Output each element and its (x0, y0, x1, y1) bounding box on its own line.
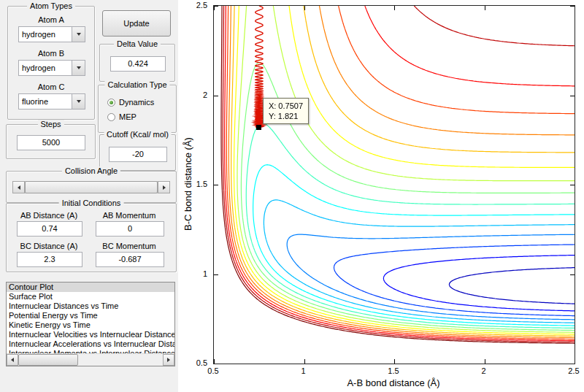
atom-c-combobox[interactable]: fluorine (18, 93, 85, 109)
steps-group-title: Steps (37, 120, 64, 129)
radio-button-icon (107, 113, 115, 121)
atom-b-combobox[interactable]: hydrogen (18, 60, 85, 76)
datatip-x-value: X: 0.7507 (269, 101, 303, 111)
chevron-down-icon (77, 66, 81, 69)
x-tick-label: 1 (293, 366, 315, 375)
x-tick-label: 2 (473, 366, 495, 375)
x-axis-tick-labels: 0.511.522.5 (213, 366, 574, 377)
atom-a-value: hydrogen (22, 28, 55, 41)
calculation-type-group-title: Calculation Type (104, 80, 169, 90)
plot-type-listbox[interactable]: Contour PlotSurface PlotInternuclear Dis… (6, 282, 175, 366)
ab-momentum-input[interactable]: 0 (96, 221, 164, 237)
atom-a-dropdown-button[interactable] (72, 27, 85, 42)
cutoff-input[interactable]: -20 (109, 147, 167, 162)
plot-type-list-item[interactable]: Internuclear Velocities vs Internuclear … (7, 330, 174, 339)
x-axis-label: A-B bond distance (Å) (213, 377, 574, 388)
datatip-marker[interactable] (256, 125, 261, 130)
plot-type-list-item[interactable]: Potential Energy vs Time (7, 311, 174, 320)
slider-thumb[interactable] (25, 181, 158, 193)
hscroll-thumb[interactable] (18, 354, 78, 366)
x-tick-label: 1.5 (383, 366, 404, 375)
plot-type-list-item[interactable]: Kinetic Energy vs Time (7, 320, 174, 330)
delta-value-input[interactable]: 0.424 (110, 56, 166, 72)
arrow-right-icon (163, 185, 166, 190)
delta-value-group: Delta Value 0.424 (99, 44, 175, 82)
arrow-right-icon (167, 358, 170, 362)
bc-momentum-label: BC Momentum (93, 242, 166, 251)
atom-c-value: fluorine (22, 95, 48, 108)
bc-distance-label: BC Distance (A) (12, 242, 85, 251)
mep-radio[interactable]: MEP (107, 112, 137, 122)
atom-b-value: hydrogen (22, 61, 55, 74)
radio-button-icon (107, 99, 115, 107)
atom-types-group-title: Atom Types (27, 1, 75, 11)
delta-value-group-title: Delta Value (114, 39, 161, 49)
atom-a-combobox[interactable]: hydrogen (18, 26, 85, 42)
ab-distance-input[interactable]: 0.74 (17, 221, 82, 237)
mep-radio-label: MEP (119, 112, 137, 121)
plot-type-list: Contour PlotSurface PlotInternuclear Dis… (7, 283, 174, 354)
slider-right-arrow-button[interactable] (158, 181, 170, 193)
atom-c-label: Atom C (8, 82, 94, 92)
atom-b-dropdown-button[interactable] (72, 61, 85, 75)
atom-c-dropdown-button[interactable] (72, 94, 85, 109)
ab-distance-label: AB Distance (A) (12, 211, 85, 220)
x-tick-label: 2.5 (563, 366, 584, 375)
calculation-type-group: Calculation Type Dynamics MEP (98, 85, 177, 133)
datatip-y-value: Y: 1.821 (269, 111, 303, 121)
simulation-app-window: Atom Types Atom A hydrogen Atom B hydrog… (0, 0, 584, 392)
arrow-left-icon (18, 185, 20, 190)
listbox-horizontal-scrollbar[interactable] (7, 353, 174, 366)
collision-angle-group-title: Collision Angle (62, 166, 120, 176)
initial-conditions-group: Initial Conditions AB Distance (A) AB Mo… (6, 203, 177, 272)
slider-left-arrow-button[interactable] (12, 181, 25, 193)
contour-canvas (214, 6, 575, 364)
atom-types-group: Atom Types Atom A hydrogen Atom B hydrog… (7, 6, 95, 120)
cutoff-group-title: Cutoff (Kcal/ mol) (104, 130, 172, 139)
hscroll-left-button[interactable] (7, 354, 18, 366)
plot-type-list-item[interactable]: Surface Plot (7, 292, 174, 301)
dynamics-radio[interactable]: Dynamics (107, 97, 154, 107)
collision-angle-slider[interactable] (12, 181, 170, 193)
y-axis-label: B-C bond distance (Å) (182, 5, 193, 363)
steps-input[interactable]: 5000 (17, 135, 85, 150)
ab-momentum-label: AB Momentum (93, 211, 166, 220)
update-button[interactable]: Update (102, 10, 171, 36)
plot-type-list-item[interactable]: Internuclear Accelerations vs Internucle… (7, 339, 174, 349)
datatip[interactable]: X: 0.7507 Y: 1.821 (263, 98, 309, 124)
hscroll-right-button[interactable] (163, 354, 174, 366)
steps-group: Steps 5000 (6, 124, 96, 159)
dynamics-radio-label: Dynamics (119, 98, 154, 107)
chevron-down-icon (77, 33, 81, 36)
plot-type-list-item[interactable]: Internuclear Distances vs Time (7, 301, 174, 311)
contour-plot-axes[interactable]: X: 0.7507 Y: 1.821 (213, 5, 575, 364)
atom-a-label: Atom A (8, 15, 94, 25)
arrow-left-icon (11, 358, 14, 362)
chevron-down-icon (77, 100, 81, 103)
bc-distance-input[interactable]: 2.3 (17, 252, 82, 267)
atom-b-label: Atom B (8, 49, 94, 58)
plot-type-list-item[interactable]: Contour Plot (7, 283, 174, 292)
cutoff-group: Cutoff (Kcal/ mol) -20 (99, 134, 176, 171)
bc-momentum-input[interactable]: -0.687 (96, 252, 164, 267)
initial-conditions-group-title: Initial Conditions (59, 199, 124, 208)
